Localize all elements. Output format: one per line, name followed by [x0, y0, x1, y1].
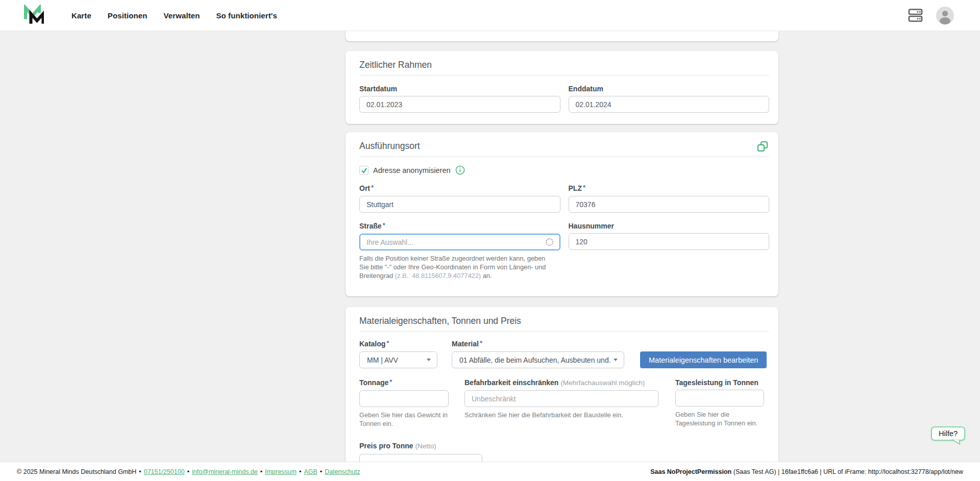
top-navigation-bar: Karte Positionen Verwalten So funktionie… — [0, 0, 980, 31]
befahrbarkeit-label: Befahrbarkeit einschränken (Mehrfachausw… — [464, 378, 658, 388]
anonymisieren-label: Adresse anonymisieren — [373, 166, 451, 174]
chevron-down-icon — [614, 359, 618, 361]
divider — [359, 75, 769, 75]
section-zeitlicher-rahmen: Zeitlicher Rahmen Startdatum Enddatum — [346, 51, 778, 124]
footer: © 2025 Mineral Minds Deutschland GmbH • … — [0, 462, 980, 481]
user-avatar-icon[interactable] — [936, 7, 954, 24]
footer-link-email[interactable]: info@mineral-minds.de — [192, 468, 258, 475]
page-content: Zeitlicher Rahmen Startdatum Enddatum Au… — [0, 31, 980, 462]
footer-link-impressum[interactable]: Impressum — [265, 468, 297, 475]
chevron-down-icon — [427, 359, 431, 361]
katalog-label: Katalog* — [359, 339, 437, 349]
katalog-select[interactable]: MM | AVV — [359, 351, 437, 368]
nav-item-so-funktionierts[interactable]: So funktioniert's — [216, 11, 277, 20]
section-title: Ausführungsort — [359, 141, 420, 151]
section-materialeigenschaften: Materialeigenschaften, Tonnen und Preis … — [346, 307, 778, 462]
help-bubble-tail — [951, 439, 961, 445]
enddatum-label: Enddatum — [569, 84, 770, 93]
main-nav: Karte Positionen Verwalten So funktionie… — [71, 11, 277, 20]
divider — [359, 331, 769, 332]
preis-label: Preis pro Tonne (Netto) — [359, 441, 769, 451]
strasse-label: Straße* — [359, 221, 560, 231]
nav-item-verwalten[interactable]: Verwalten — [164, 11, 200, 20]
nav-item-karte[interactable]: Karte — [71, 11, 91, 20]
checkmark-icon — [361, 167, 368, 173]
hausnummer-label: Hausnummer — [569, 221, 770, 231]
preis-input[interactable] — [359, 454, 482, 462]
section-ausfuehrungsort: Ausführungsort Adresse anonymisieren — [346, 132, 778, 296]
befahrbarkeit-helper-text: Schränken Sie hier die Befahrbarkeit der… — [464, 411, 658, 419]
tagesleistung-helper-text: Geben Sie hier die Tagesleistung in Tonn… — [675, 410, 764, 427]
tonnage-label: Tonnage* — [359, 378, 449, 388]
info-icon[interactable] — [455, 165, 465, 175]
strasse-helper-text: Falls die Position keiner Straße zugeord… — [359, 254, 552, 280]
plz-label: PLZ* — [569, 184, 770, 193]
strasse-input[interactable] — [359, 234, 560, 250]
startdatum-label: Startdatum — [359, 84, 560, 93]
tagesleistung-input[interactable] — [675, 390, 764, 407]
materialeigenschaften-bearbeiten-button[interactable]: Materialeigenschaften bearbeiten — [640, 351, 767, 368]
hausnummer-input[interactable] — [569, 233, 770, 250]
section-title: Materialeigenschaften, Tonnen und Preis — [359, 316, 769, 326]
tonnage-helper-text: Geben Sie hier das Gewicht in Tonnen ein… — [359, 411, 449, 428]
server-icon[interactable] — [908, 8, 923, 22]
environment-info: Saas NoProjectPermission (Saas Test AG) … — [650, 468, 963, 475]
befahrbarkeit-input[interactable] — [464, 390, 658, 407]
footer-link-agb[interactable]: AGB — [304, 468, 317, 475]
enddatum-input[interactable] — [569, 96, 770, 113]
loading-spinner-icon — [546, 238, 553, 246]
mineral-minds-logo[interactable] — [22, 5, 44, 26]
nav-item-positionen[interactable]: Positionen — [108, 11, 148, 20]
ort-label: Ort* — [359, 184, 560, 193]
material-label: Material* — [452, 339, 624, 349]
ort-input[interactable] — [359, 196, 560, 213]
section-title: Zeitlicher Rahmen — [359, 60, 769, 70]
tonnage-input[interactable] — [359, 390, 449, 407]
divider — [359, 157, 769, 157]
copy-icon[interactable] — [757, 141, 768, 152]
card-partial-top — [346, 31, 778, 41]
anonymisieren-checkbox[interactable] — [359, 166, 369, 175]
help-button[interactable]: Hilfe? — [931, 426, 965, 441]
plz-input[interactable] — [569, 196, 770, 213]
copyright-text: © 2025 Mineral Minds Deutschland GmbH — [17, 468, 136, 475]
startdatum-input[interactable] — [359, 96, 560, 113]
footer-link-datenschutz[interactable]: Datenschutz — [325, 468, 360, 475]
tagesleistung-label: Tagesleistung in Tonnen — [675, 378, 764, 387]
footer-link-phone[interactable]: 07151/250100 — [144, 468, 185, 475]
material-select[interactable]: 01 Abfälle, die beim Aufsuchen, Ausbeute… — [452, 351, 624, 368]
